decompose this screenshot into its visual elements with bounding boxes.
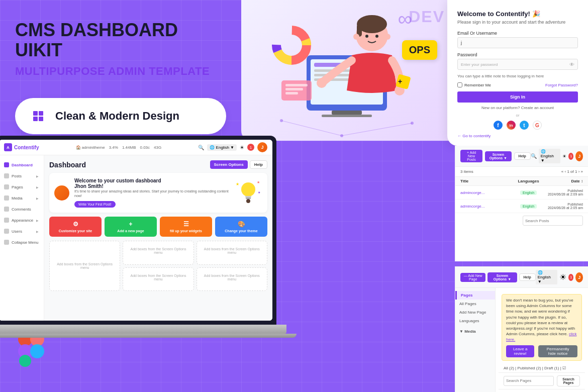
search-posts-input[interactable] [523, 216, 583, 226]
social-icons: f in t G [457, 121, 578, 130]
svg-line-34 [342, 123, 412, 136]
pages-avatar: J [575, 272, 583, 282]
svg-text:★: ★ [258, 191, 260, 194]
svg-rect-40 [246, 198, 251, 199]
user-avatar[interactable]: J [257, 142, 267, 152]
customize-site-button[interactable]: ⚙ Customize your site [49, 217, 102, 237]
svg-line-33 [281, 121, 342, 136]
forgot-password-link[interactable]: Forgot Password? [545, 83, 578, 87]
svg-point-35 [280, 119, 283, 122]
dev-label: DEV [409, 8, 445, 26]
svg-point-20 [353, 34, 359, 40]
posts-panel: + Add New Posts Screen Options ▼ Help 🔍 … [455, 146, 588, 261]
search-icon: 🔍 [531, 153, 537, 159]
main-title: CMS DASHBOARD UIKIT [15, 20, 226, 60]
pages-sidebar-item-all[interactable]: All Pages [455, 300, 495, 308]
dashboard-logo: A Contentify [4, 143, 39, 151]
pages-sidebar-item-media[interactable]: ▼ Media [455, 327, 495, 336]
show-password-icon[interactable]: 👁 [569, 62, 574, 67]
placeholder-grid: Add boxes from the Screen Options menu A… [49, 241, 267, 291]
twitter-icon[interactable]: t [520, 121, 529, 130]
svg-text:★: ★ [236, 182, 239, 186]
password-label: Password [457, 52, 578, 57]
pages-help-button[interactable]: Help [519, 273, 536, 281]
search-pages-button[interactable]: Search Pages [557, 375, 580, 386]
pages-tabs: All (2) | Published (2) | Draft (1) | ☑ [499, 364, 585, 373]
sub-title: MULTIPURPOSE ADMIN TEMPLATE [15, 65, 226, 78]
welcome-illustration: ★ ★ ★ [235, 179, 262, 207]
sidebar-item-appearance[interactable]: Appearance ▶ [0, 215, 44, 226]
svg-point-37 [411, 122, 414, 125]
welcome-text: Welcome to your custom dashboardJhon Smi… [74, 178, 230, 208]
svg-rect-30 [285, 92, 298, 94]
sidebar-item-media[interactable]: Media ▶ [0, 192, 44, 204]
laptop-mockup: A Contentify 🏠 adminitheme 3.4% 1.44MB 0… [0, 136, 276, 338]
svg-point-21 [384, 34, 390, 40]
or-divider: or [457, 113, 578, 118]
search-icon[interactable]: 🔍 [198, 145, 204, 150]
user-avatar-large [54, 185, 69, 201]
pages-sidebar-item-add[interactable]: Add New Page [455, 308, 495, 317]
change-theme-button[interactable]: 🎨 Change your theme [215, 217, 267, 237]
posts-screen-options-button[interactable]: Screen Options ▼ [485, 151, 511, 161]
leave-review-button[interactable]: Leave a review! [506, 345, 534, 357]
laptop-screen: A Contentify 🏠 adminitheme 3.4% 1.44MB 0… [0, 140, 272, 321]
dashboard-main: Dashboard Screen Options Help Welcome to… [44, 155, 272, 321]
add-new-posts-button[interactable]: + Add New Posts [460, 150, 482, 162]
goto-site-link[interactable]: ← Go to contentify [457, 134, 578, 138]
sun-icon[interactable]: ☀ [240, 145, 244, 150]
svg-point-6 [19, 355, 31, 367]
sidebar-item-pages[interactable]: Pages ▶ [0, 181, 44, 192]
posts-table-header: Title Languages Date ↕ [455, 177, 588, 186]
sidebar-item-comments[interactable]: Comments [0, 204, 44, 215]
help-button[interactable]: Help [250, 160, 267, 169]
google-icon[interactable]: G [533, 121, 542, 130]
welcome-card: Welcome to your custom dashboardJhon Smi… [49, 173, 267, 213]
placeholder-box-3: Add boxes from the Screen Options menu [123, 267, 193, 291]
pages-sidebar-item-lang[interactable]: Languages [455, 317, 495, 325]
signin-button[interactable]: Sign In [457, 91, 578, 103]
screen-options-button[interactable]: Screen Options [210, 160, 248, 169]
plugin-notice: We don't mean to bug you, but you've bee… [502, 294, 582, 361]
fill-widgets-button[interactable]: ☰ fill up your widgets [160, 217, 212, 237]
svg-rect-13 [332, 111, 362, 115]
status-badge: English [520, 190, 537, 195]
add-new-page-button[interactable]: — Add New Page [460, 273, 485, 282]
dashboard-header: A Contentify 🏠 adminitheme 3.4% 1.44MB 0… [0, 140, 272, 155]
top-illustration: ∞ DEV OPS [241, 0, 452, 141]
header-btn-group: Screen Options Help [210, 160, 267, 169]
posts-notif[interactable]: 1 [568, 153, 573, 160]
placeholder-box-4: Add boxes from the Screen Options menu [197, 267, 267, 291]
notification-badge[interactable]: 1 [247, 144, 254, 151]
search-pages-input[interactable] [504, 376, 554, 386]
svg-rect-28 [285, 84, 308, 86]
grid-icon [29, 107, 47, 125]
sidebar-item-dashboard[interactable]: Dashboard [0, 159, 44, 170]
email-input[interactable]: j [457, 37, 578, 48]
create-account-link[interactable]: New on our platform? Create an account [457, 106, 578, 110]
dashboard-header-right: 🔍 🌐 English ▼ ☀ 1 J [198, 142, 267, 152]
add-page-button[interactable]: + Add a new page [105, 217, 157, 237]
quick-actions-grid: ⚙ Customize your site + Add a new page ☰… [49, 217, 267, 237]
pages-notif[interactable]: 1 [568, 274, 573, 281]
login-subtitle: Please sign in to your account and start… [457, 20, 578, 25]
svg-text:+: + [398, 77, 402, 85]
posts-help-button[interactable]: Help [514, 152, 531, 160]
pages-screen-options-button[interactable]: Screen Options ▼ [487, 272, 517, 282]
logo-icon: A [4, 143, 12, 151]
pages-main: We don't mean to bug you, but you've bee… [496, 288, 588, 392]
sidebar-item-collapse[interactable]: Collapse Menu [0, 237, 44, 248]
remember-me-checkbox[interactable]: Remember Me [457, 82, 491, 87]
password-input[interactable]: Enter your password 👁 [457, 59, 578, 70]
sidebar-item-posts[interactable]: Posts ▶ [0, 170, 44, 181]
posts-panel-header: + Add New Posts Screen Options ▼ Help 🔍 … [455, 146, 588, 167]
sidebar-item-users[interactable]: Users ▶ [0, 226, 44, 237]
permanently-hide-button[interactable]: Permanently hide notice [538, 345, 577, 357]
write-post-button[interactable]: Write Your First Post! [74, 201, 116, 208]
svg-rect-39 [245, 196, 251, 198]
facebook-icon[interactable]: f [494, 121, 503, 130]
instagram-icon[interactable]: in [507, 121, 516, 130]
svg-point-22 [317, 78, 327, 88]
pages-sidebar-item-pages[interactable]: Pages [455, 291, 495, 300]
laptop-base [0, 325, 286, 334]
